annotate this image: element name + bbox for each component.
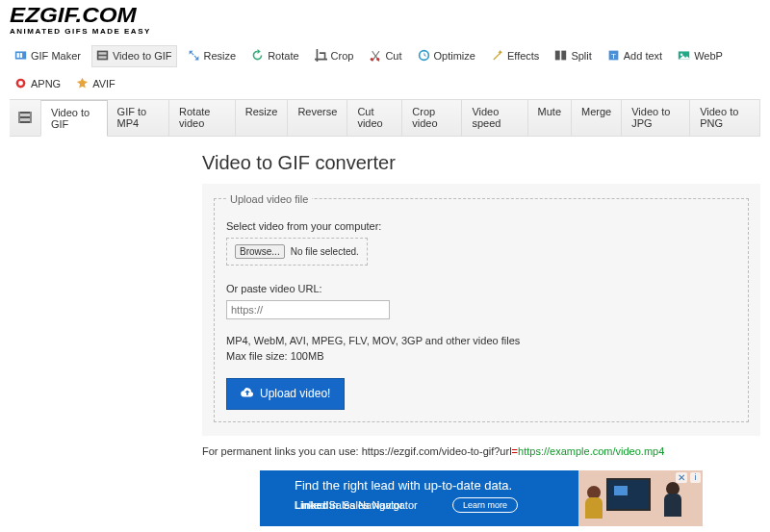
nav-cut[interactable]: Cut [364, 45, 406, 67]
nav-rotate[interactable]: Rotate [246, 45, 303, 67]
svg-text:T: T [611, 52, 616, 61]
tab-video-to-png[interactable]: Video to PNG [690, 100, 760, 136]
page-title: Video to GIF converter [202, 152, 760, 174]
tab-resize[interactable]: Resize [236, 100, 289, 136]
svg-rect-9 [555, 50, 560, 60]
svg-point-6 [371, 58, 373, 61]
add-text-icon: T [607, 49, 620, 63]
nav-label: Crop [331, 50, 354, 62]
nav-resize[interactable]: Resize [183, 45, 242, 67]
tab-video-speed[interactable]: Video speed [462, 100, 527, 136]
svg-rect-10 [562, 50, 567, 60]
upload-button-label: Upload video! [260, 387, 330, 400]
avif-icon [76, 77, 89, 91]
svg-point-7 [377, 58, 380, 61]
nav-label: GIF Maker [31, 50, 81, 62]
ad-illustration [579, 476, 685, 520]
svg-rect-2 [20, 53, 22, 58]
paste-url-label: Or paste video URL: [226, 283, 736, 294]
upload-panel: Upload video file Select video from your… [202, 184, 760, 436]
video-to-gif-icon [96, 49, 109, 63]
max-size-line: Max file size: 100MB [226, 348, 736, 365]
tab-video-to-gif[interactable]: Video to GIF [40, 100, 108, 137]
nav-label: Add text [624, 50, 662, 62]
effects-icon [491, 49, 503, 63]
site-logo[interactable]: EZGIF.COM ANIMATED GIFS MADE EASY [0, 0, 770, 36]
split-icon [554, 49, 567, 63]
cut-icon [369, 49, 381, 63]
optimize-icon [418, 49, 430, 63]
nav-optimize[interactable]: Optimize [413, 45, 480, 67]
url-input[interactable] [226, 300, 390, 319]
nav-label: Optimize [434, 50, 475, 62]
ad-info-icon[interactable]: i [690, 472, 701, 483]
webp-icon [678, 49, 690, 63]
svg-rect-4 [98, 52, 106, 54]
nav-label: Cut [385, 50, 401, 62]
logo-text: EZGIF.COM [10, 6, 770, 25]
nav-effects[interactable]: Effects [486, 45, 544, 67]
nav-label: AVIF [92, 78, 116, 89]
svg-rect-3 [97, 50, 108, 60]
film-icon [10, 100, 40, 136]
svg-point-16 [18, 81, 23, 86]
nav-label: WebP [694, 50, 723, 62]
upload-legend: Upload video file [226, 193, 312, 205]
cloud-upload-icon [241, 386, 254, 402]
upload-fieldset: Upload video file Select video from your… [214, 193, 749, 422]
nav-label: Split [571, 50, 591, 62]
main-content: Video to GIF converter Upload video file… [0, 137, 770, 532]
ad-cta-button[interactable]: Learn more [452, 497, 518, 513]
formats-line: MP4, WebM, AVI, MPEG, FLV, MOV, 3GP and … [226, 333, 736, 349]
apng-icon [14, 77, 27, 91]
nav-label: Rotate [268, 50, 298, 62]
tab-crop-video[interactable]: Crop video [402, 100, 462, 136]
tab-merge[interactable]: Merge [572, 100, 622, 136]
tab-rotate-video[interactable]: Rotate video [169, 100, 236, 136]
nav-crop[interactable]: Crop [310, 45, 359, 67]
svg-rect-21 [20, 118, 30, 121]
select-file-label: Select video from your computer: [226, 220, 736, 232]
browse-button[interactable]: Browse... [235, 244, 285, 259]
primary-nav: GIF MakerVideo to GIFResizeRotateCropCut… [0, 36, 770, 99]
ad-banner[interactable]: ✕ i Find the right lead with up-to-date … [260, 470, 703, 526]
tab-mute[interactable]: Mute [528, 100, 572, 136]
svg-rect-17 [18, 112, 32, 123]
svg-rect-20 [20, 114, 30, 116]
nav-label: APNG [31, 78, 61, 89]
svg-rect-18 [18, 112, 20, 123]
nav-add-text[interactable]: TAdd text [603, 45, 667, 67]
svg-rect-1 [16, 53, 18, 58]
svg-rect-5 [98, 56, 106, 58]
ad-headline: Find the right lead with up-to-date data… [295, 478, 512, 493]
file-drop-area[interactable]: Browse... No file selected. [226, 238, 368, 266]
logo-tagline: ANIMATED GIFS MADE EASY [10, 27, 760, 36]
resize-icon [188, 49, 200, 63]
nav-apng[interactable]: APNG [10, 73, 65, 95]
svg-point-14 [680, 53, 682, 55]
upload-button[interactable]: Upload video! [226, 378, 345, 410]
nav-label: Video to GIF [113, 50, 172, 62]
crop-icon [315, 49, 327, 63]
nav-label: Effects [507, 50, 539, 62]
tab-reverse[interactable]: Reverse [288, 100, 347, 136]
nav-label: Resize [204, 50, 237, 62]
tab-cut-video[interactable]: Cut video [347, 100, 402, 136]
gif-maker-icon [14, 49, 27, 63]
nav-video-to-gif[interactable]: Video to GIF [91, 45, 177, 67]
tab-gif-to-mp4[interactable]: GIF to MP4 [108, 100, 169, 136]
nav-split[interactable]: Split [550, 45, 596, 67]
secondary-nav: Video to GIFGIF to MP4Rotate videoResize… [10, 99, 760, 137]
permalink-hint: For permanent links you can use: https:/… [202, 445, 760, 457]
file-status-text: No file selected. [291, 246, 359, 257]
nav-gif-maker[interactable]: GIF Maker [10, 45, 86, 67]
tab-video-to-jpg[interactable]: Video to JPG [622, 100, 690, 136]
svg-rect-19 [30, 112, 32, 123]
supported-formats: MP4, WebM, AVI, MPEG, FLV, MOV, 3GP and … [226, 333, 736, 365]
rotate-icon [251, 49, 264, 63]
nav-webp[interactable]: WebP [673, 45, 728, 67]
nav-avif[interactable]: AVIF [71, 73, 120, 95]
